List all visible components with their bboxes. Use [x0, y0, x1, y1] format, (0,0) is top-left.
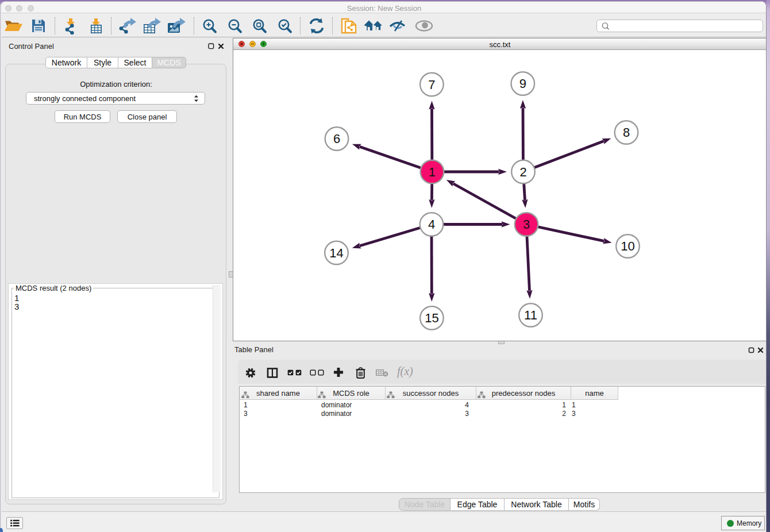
svg-text:8: 8: [623, 125, 630, 140]
svg-text:14: 14: [329, 246, 343, 260]
svg-text:11: 11: [524, 308, 537, 322]
svg-text:7: 7: [428, 78, 435, 92]
svg-text:3: 3: [523, 217, 530, 232]
svg-text:2: 2: [519, 165, 526, 179]
svg-text:15: 15: [425, 311, 438, 325]
svg-text:6: 6: [333, 132, 340, 146]
svg-text:9: 9: [519, 76, 526, 91]
svg-text:1: 1: [429, 165, 436, 179]
svg-text:10: 10: [621, 239, 634, 253]
svg-text:4: 4: [428, 217, 435, 232]
